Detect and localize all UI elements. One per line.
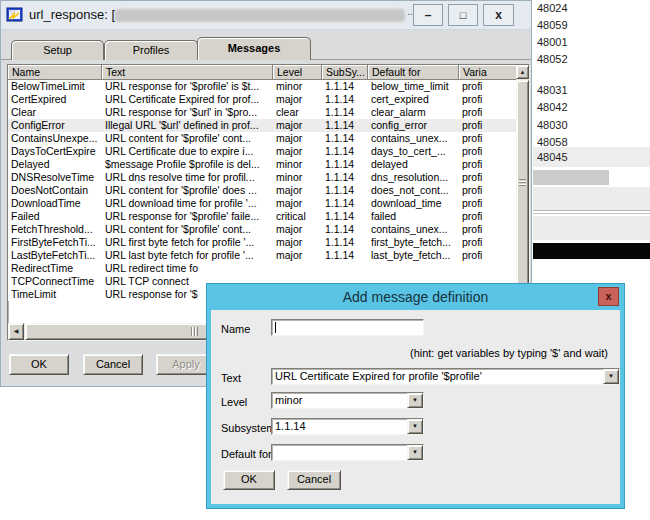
cell-subsystem: 1.1.14 — [322, 184, 368, 197]
column-header-level[interactable]: Level — [273, 65, 322, 80]
thumb-grip — [191, 327, 198, 336]
cell-varia: profi — [459, 119, 516, 132]
minimize-button[interactable]: – — [413, 4, 443, 26]
default-for-label: Default for — [221, 448, 272, 460]
scroll-left-arrow-icon[interactable]: ◀ — [8, 323, 24, 340]
level-combobox[interactable]: minor ▼ — [271, 392, 424, 409]
table-row[interactable]: ClearURL response for '$url' in '$pro...… — [8, 106, 516, 119]
tab-setup[interactable]: Setup — [11, 40, 104, 60]
cell-name: DoesNotContain — [8, 184, 102, 197]
table-row[interactable]: DNSResolveTimeURL dns resolve time for p… — [8, 171, 516, 184]
background-list-item[interactable]: 48052 — [537, 53, 568, 65]
background-list-item[interactable]: 48058 — [537, 136, 568, 148]
cell-default_for: days_to_cert_... — [368, 145, 459, 158]
cell-default_for: clear_alarm — [368, 106, 459, 119]
dialog-ok-button[interactable]: OK — [223, 470, 275, 490]
cell-subsystem: 1.1.14 — [322, 210, 368, 223]
dialog-body: Name (hint: get variables by typing '$' … — [211, 310, 620, 504]
table-row[interactable]: BelowTimeLimitURL response for '$profile… — [8, 80, 516, 93]
cell-varia — [459, 262, 516, 275]
divider — [533, 213, 650, 214]
scroll-up-arrow-icon[interactable]: ▲ — [516, 65, 529, 79]
cell-text: URL content for '$profile' cont... — [102, 223, 273, 236]
table-row[interactable]: FailedURL response for '$profile' faile.… — [8, 210, 516, 223]
column-header-name[interactable]: Name — [8, 65, 102, 80]
cell-default_for: contains_unex... — [368, 223, 459, 236]
background-list-item[interactable]: 48030 — [537, 119, 568, 131]
chevron-down-icon[interactable]: ▼ — [407, 419, 423, 434]
cell-name: TimeLimit — [8, 288, 102, 301]
table-row[interactable]: DownloadTimeURL download time for profil… — [8, 197, 516, 210]
background-list-item-selected[interactable]: 48045 — [537, 151, 568, 163]
tab-profiles[interactable]: Profiles — [104, 40, 198, 60]
text-combobox[interactable]: URL Certificate Expired for profile '$pr… — [271, 368, 620, 385]
cell-name: RedirectTime — [8, 262, 102, 275]
cell-level: major — [273, 249, 322, 262]
cell-subsystem: 1.1.14 — [322, 145, 368, 158]
cell-level: minor — [273, 80, 322, 93]
dialog-close-icon[interactable]: x — [598, 287, 619, 306]
cell-subsystem: 1.1.14 — [322, 132, 368, 145]
background-list-item[interactable]: 48001 — [537, 36, 568, 48]
cell-default_for: contains_unex... — [368, 132, 459, 145]
hint-text: (hint: get variables by typing '$' and w… — [410, 347, 608, 359]
table-row[interactable]: LastByteFetchTi...URL last byte fetch fo… — [8, 249, 516, 262]
cell-subsystem — [322, 262, 368, 275]
dialog-cancel-button[interactable]: Cancel — [287, 470, 341, 490]
cell-varia: profi — [459, 106, 516, 119]
close-button[interactable]: x — [483, 4, 514, 26]
table-row[interactable]: RedirectTimeURL redirect time fo — [8, 262, 516, 275]
cell-level: major — [273, 184, 322, 197]
cell-level: major — [273, 197, 322, 210]
cell-text: URL content for '$profile' cont... — [102, 132, 273, 145]
column-header-variables[interactable]: Varia — [459, 65, 516, 80]
tab-messages[interactable]: Messages — [197, 37, 311, 60]
cell-subsystem: 1.1.14 — [322, 119, 368, 132]
table-row[interactable]: ConfigErrorIllegal URL '$url' defined in… — [8, 119, 516, 132]
column-header-subsystem[interactable]: SubSy... — [322, 65, 368, 80]
subsystem-combobox[interactable]: 1.1.14 ▼ — [271, 418, 424, 435]
cell-text: URL first byte fetch for profile '... — [102, 236, 273, 249]
cell-varia: profi — [459, 93, 516, 106]
background-list-item[interactable]: 48031 — [537, 84, 568, 96]
text-combobox-value: URL Certificate Expired for profile '$pr… — [275, 370, 601, 383]
column-header-default-for[interactable]: Default for — [368, 65, 459, 80]
table-row[interactable]: DaysToCertExpireURL Certificate due to e… — [8, 145, 516, 158]
chevron-down-icon[interactable]: ▼ — [603, 369, 619, 384]
chevron-down-icon[interactable]: ▼ — [407, 393, 423, 408]
cell-default_for: cert_expired — [368, 93, 459, 106]
titlebar[interactable]: url_response: [ .. – □ x — [1, 1, 531, 30]
table-row[interactable]: CertExpiredURL Certificate Expired for p… — [8, 93, 516, 106]
chevron-down-icon[interactable]: ▼ — [407, 445, 423, 460]
default-for-combobox[interactable]: ▼ — [271, 444, 424, 461]
column-header-text[interactable]: Text — [102, 65, 273, 80]
background-list-item[interactable]: 48059 — [537, 19, 568, 31]
cell-text: URL response for '$profile' faile... — [102, 210, 273, 223]
cell-level: major — [273, 132, 322, 145]
redacted-title-text — [115, 9, 405, 22]
name-input[interactable] — [271, 319, 424, 336]
table-row[interactable]: FirstByteFetchTi...URL first byte fetch … — [8, 236, 516, 249]
cell-text: URL download time for profile '... — [102, 197, 273, 210]
cancel-button[interactable]: Cancel — [83, 354, 143, 375]
table-row[interactable]: Delayed$message Profile $profile is del.… — [8, 158, 516, 171]
background-list-item[interactable]: 48042 — [537, 101, 568, 113]
cell-default_for: first_byte_fetch... — [368, 236, 459, 249]
cell-level: major — [273, 119, 322, 132]
cell-name: FetchThreshold... — [8, 223, 102, 236]
cell-varia: profi — [459, 184, 516, 197]
table-row[interactable]: ContainsUnexpe...URL content for '$profi… — [8, 132, 516, 145]
level-combobox-value: minor — [275, 394, 405, 407]
vertical-scrollbar-thumb[interactable] — [516, 80, 529, 285]
table-body: BelowTimeLimitURL response for '$profile… — [8, 80, 516, 301]
background-list-item[interactable]: 48024 — [537, 2, 568, 14]
table-row[interactable]: DoesNotContainURL content for '$profile'… — [8, 184, 516, 197]
cell-name: DaysToCertExpire — [8, 145, 102, 158]
cell-subsystem: 1.1.14 — [322, 80, 368, 93]
ok-button[interactable]: OK — [9, 354, 69, 375]
cell-name: Failed — [8, 210, 102, 223]
table-row[interactable]: FetchThreshold...URL content for '$profi… — [8, 223, 516, 236]
maximize-button[interactable]: □ — [448, 4, 478, 26]
cell-name: ContainsUnexpe... — [8, 132, 102, 145]
add-message-definition-dialog: Add message definition x Name (hint: get… — [206, 283, 625, 509]
